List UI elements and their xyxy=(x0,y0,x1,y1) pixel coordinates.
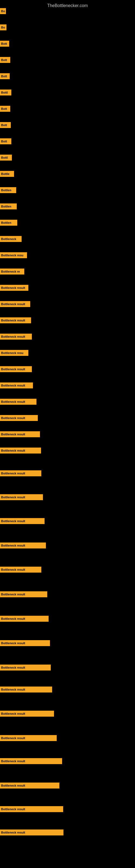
bar-label-41: Bottleneck result xyxy=(1,784,25,787)
bar-item-42: Bottleneck result xyxy=(0,806,63,812)
bar-label-28: Bottleneck result xyxy=(1,472,25,475)
bar-label-11: Bottlen xyxy=(1,188,11,192)
bar-item-40: Bottleneck result xyxy=(0,758,62,764)
bar-item-1: Bo xyxy=(0,24,6,30)
bar-item-15: Bottleneck resu xyxy=(0,252,27,258)
bar-label-34: Bottleneck result xyxy=(1,617,25,620)
bar-item-12: Bottlen xyxy=(0,204,17,209)
bar-label-22: Bottleneck result xyxy=(1,368,25,371)
bar-label-43: Bottleneck result xyxy=(1,831,25,834)
bar-item-6: Bott xyxy=(0,106,10,112)
bar-item-21: Bottleneck resu xyxy=(0,350,28,356)
bar-item-24: Bottleneck result xyxy=(0,399,37,405)
bar-label-9: Bottl xyxy=(1,156,8,159)
bar-item-41: Bottleneck result xyxy=(0,782,59,788)
bar-item-27: Bottleneck result xyxy=(0,447,41,454)
bar-label-36: Bottleneck result xyxy=(1,666,25,669)
bar-item-7: Bott xyxy=(0,122,11,128)
bar-item-20: Bottleneck result xyxy=(0,334,32,340)
bar-label-8: Bott xyxy=(1,140,7,143)
bar-item-26: Bottleneck result xyxy=(0,431,40,437)
bar-label-40: Bottleneck result xyxy=(1,760,25,763)
bar-label-3: Bott xyxy=(1,58,7,62)
bar-item-25: Bottleneck result xyxy=(0,415,38,421)
bar-item-18: Bottleneck result xyxy=(0,301,30,307)
bar-label-19: Bottleneck result xyxy=(1,319,25,322)
bar-label-30: Bottleneck result xyxy=(1,520,25,523)
bar-item-28: Bottleneck result xyxy=(0,470,41,476)
bar-item-30: Bottleneck result xyxy=(0,518,45,524)
bar-label-27: Bottleneck result xyxy=(1,449,25,452)
bar-item-23: Bottleneck result xyxy=(0,382,33,389)
bar-item-37: Bottleneck result xyxy=(0,686,52,692)
bar-item-43: Bottleneck result xyxy=(0,830,63,835)
bar-label-7: Bott xyxy=(1,123,7,127)
bar-label-21: Bottleneck resu xyxy=(1,351,24,354)
bar-label-26: Bottleneck result xyxy=(1,433,25,436)
bar-label-37: Bottleneck result xyxy=(1,688,25,691)
bar-item-17: Bottleneck result xyxy=(0,285,28,291)
bar-item-39: Bottleneck result xyxy=(0,735,57,741)
bar-label-25: Bottleneck result xyxy=(1,416,25,420)
bar-item-9: Bottl xyxy=(0,155,12,161)
bar-label-16: Bottleneck re xyxy=(1,270,20,273)
bar-item-13: Bottlen xyxy=(0,220,17,226)
bar-label-15: Bottleneck resu xyxy=(1,254,24,257)
bar-item-36: Bottleneck result xyxy=(0,664,51,671)
bar-item-0: Bo xyxy=(0,8,6,14)
bar-label-38: Bottleneck result xyxy=(1,712,25,715)
bar-item-14: Bottleneck xyxy=(0,236,21,242)
bar-label-17: Bottleneck result xyxy=(1,286,25,289)
bar-item-32: Bottleneck result xyxy=(0,567,41,572)
bar-label-12: Bottlen xyxy=(1,205,11,208)
bar-label-20: Bottleneck result xyxy=(1,335,25,338)
bar-label-5: Bottl xyxy=(1,91,8,94)
bar-item-19: Bottleneck result xyxy=(0,317,31,323)
bar-label-10: Bottle xyxy=(1,172,9,176)
bar-item-3: Bott xyxy=(0,57,10,63)
bar-item-22: Bottleneck result xyxy=(0,366,32,372)
bar-label-35: Bottleneck result xyxy=(1,642,25,645)
bar-item-4: Bott xyxy=(0,73,10,79)
bar-item-8: Bott xyxy=(0,138,11,144)
bar-label-1: Bo xyxy=(1,26,5,29)
bar-label-31: Bottleneck result xyxy=(1,544,25,547)
bar-label-14: Bottleneck xyxy=(1,237,16,241)
bar-item-11: Bottlen xyxy=(0,187,16,193)
bar-label-39: Bottleneck result xyxy=(1,737,25,740)
bar-label-2: Bott xyxy=(1,42,7,45)
bar-label-4: Bott xyxy=(1,74,7,78)
bar-item-2: Bott xyxy=(0,41,9,46)
bar-label-33: Bottleneck result xyxy=(1,593,25,596)
bar-label-23: Bottleneck result xyxy=(1,384,25,387)
bar-item-33: Bottleneck result xyxy=(0,591,47,597)
bar-label-6: Bott xyxy=(1,107,7,111)
bar-label-0: Bo xyxy=(1,9,5,13)
site-title: TheBottlenecker.com xyxy=(0,1,135,10)
bar-label-24: Bottleneck result xyxy=(1,400,25,403)
bar-label-18: Bottleneck result xyxy=(1,303,25,306)
bar-label-42: Bottleneck result xyxy=(1,807,25,811)
bar-item-16: Bottleneck re xyxy=(0,269,24,275)
bar-item-5: Bottl xyxy=(0,90,11,95)
bar-label-13: Bottlen xyxy=(1,221,11,224)
bar-item-38: Bottleneck result xyxy=(0,711,54,717)
bar-item-35: Bottleneck result xyxy=(0,640,50,646)
bar-item-10: Bottle xyxy=(0,171,14,177)
bar-label-29: Bottleneck result xyxy=(1,496,25,499)
bar-label-32: Bottleneck result xyxy=(1,568,25,571)
bar-item-31: Bottleneck result xyxy=(0,542,46,549)
bar-item-34: Bottleneck result xyxy=(0,616,49,622)
bar-item-29: Bottleneck result xyxy=(0,494,43,500)
